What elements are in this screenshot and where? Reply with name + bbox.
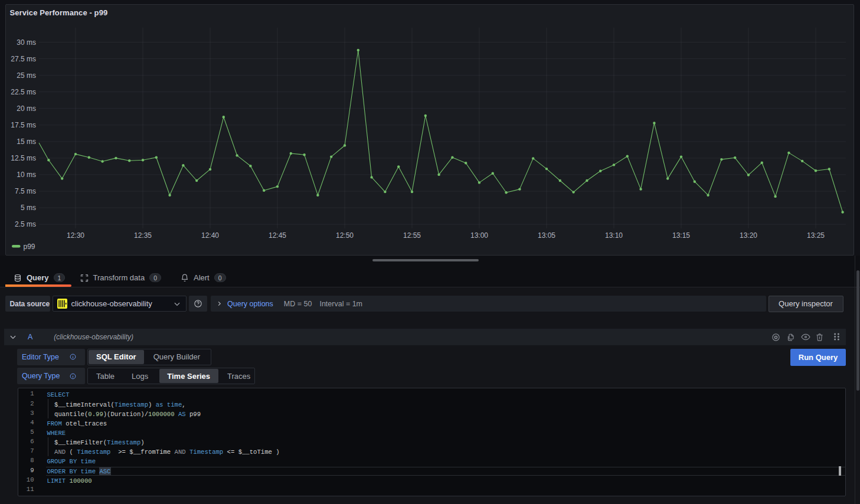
svg-text:12.5 ms: 12.5 ms bbox=[11, 154, 36, 162]
svg-text:12:55: 12:55 bbox=[403, 231, 421, 240]
svg-text:13:25: 13:25 bbox=[807, 231, 825, 240]
svg-text:13:10: 13:10 bbox=[605, 231, 623, 240]
svg-text:2.5 ms: 2.5 ms bbox=[15, 220, 36, 228]
svg-text:13:00: 13:00 bbox=[470, 231, 488, 240]
svg-text:13:15: 13:15 bbox=[672, 231, 690, 240]
svg-text:12:40: 12:40 bbox=[201, 231, 219, 240]
svg-text:12:30: 12:30 bbox=[67, 231, 84, 240]
svg-text:p99: p99 bbox=[24, 243, 35, 251]
svg-text:25 ms: 25 ms bbox=[17, 71, 36, 80]
svg-text:13:20: 13:20 bbox=[740, 231, 757, 240]
svg-text:10 ms: 10 ms bbox=[17, 171, 36, 179]
svg-text:20 ms: 20 ms bbox=[17, 104, 36, 113]
svg-text:27.5 ms: 27.5 ms bbox=[11, 55, 36, 63]
svg-text:12:50: 12:50 bbox=[336, 231, 354, 240]
svg-text:12:45: 12:45 bbox=[269, 231, 286, 240]
svg-text:12:35: 12:35 bbox=[134, 231, 152, 240]
svg-text:7.5 ms: 7.5 ms bbox=[15, 187, 36, 195]
svg-text:30 ms: 30 ms bbox=[17, 38, 36, 47]
svg-text:5 ms: 5 ms bbox=[21, 204, 36, 212]
svg-text:17.5 ms: 17.5 ms bbox=[11, 121, 36, 129]
svg-text:13:05: 13:05 bbox=[538, 231, 555, 240]
svg-text:15 ms: 15 ms bbox=[17, 138, 36, 146]
svg-text:22.5 ms: 22.5 ms bbox=[11, 88, 36, 96]
